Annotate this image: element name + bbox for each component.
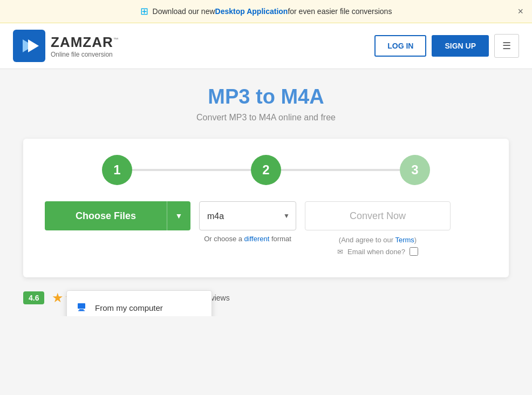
banner-close-button[interactable]: × [517,6,523,17]
format-select-wrap: m4a mp3 ogg wav flac aac ▼ [199,201,296,230]
menu-button[interactable]: ☰ [494,34,519,58]
convert-section: Convert Now (And agree to our Terms) ✉ E… [305,201,451,256]
logo-text: ZAMZAR™ Online file conversion [51,34,119,58]
page-title: MP3 to M4A [208,85,324,108]
svg-rect-3 [79,309,84,310]
terms-link[interactable]: Terms [395,236,414,244]
svg-marker-1 [28,39,39,52]
different-format-link[interactable]: different [244,235,270,243]
choose-files-button[interactable]: Choose Files ▼ [45,201,190,230]
action-row: Choose Files ▼ From my computer [45,201,487,256]
choose-files-dropdown-arrow: ▼ [167,201,190,230]
dropdown-item-computer[interactable]: From my computer [67,295,212,316]
dropdown-item-computer-label: From my computer [95,303,163,312]
signup-button[interactable]: SIGN UP [432,35,489,57]
header-buttons: LOG IN SIGN UP ☰ [374,34,519,58]
step-2: 2 [251,155,281,185]
format-select-below: Or choose a different format [204,235,291,243]
banner-text-after: for even easier file conversions [288,7,392,16]
svg-rect-2 [78,303,85,309]
choose-files-dropdown: From my computer From UR [66,290,212,316]
svg-rect-4 [78,310,85,311]
format-section: m4a mp3 ogg wav flac aac ▼ Or choose a d… [199,201,296,243]
rating-badge: 4.6 [23,291,44,304]
step-3: 3 [400,155,430,185]
convert-now-button[interactable]: Convert Now [305,201,451,230]
top-banner: ⊞ Download our new Desktop Application f… [0,0,532,23]
choose-files-label: Choose Files [45,201,167,230]
format-select[interactable]: m4a mp3 ogg wav flac aac [199,201,296,230]
step-line-1 [132,169,251,171]
convert-info: (And agree to our Terms) [339,236,417,244]
main-content: MP3 to M4A Convert MP3 to M4A online and… [0,69,532,316]
logo-area: ZAMZAR™ Online file conversion [13,30,119,62]
email-label: Email when done? [347,248,405,256]
brand-name: ZAMZAR™ [51,34,119,51]
steps-row: 1 2 3 [45,155,487,185]
banner-text-before: Download our new [153,7,215,16]
conversion-card: 1 2 3 Choose Files ▼ [23,139,509,277]
logo-icon [13,30,45,62]
step-line-2 [281,169,400,171]
tagline: Online file conversion [51,51,119,58]
email-icon: ✉ [337,248,343,256]
login-button[interactable]: LOG IN [374,35,426,57]
windows-icon: ⊞ [140,5,148,17]
computer-icon [77,302,88,314]
email-when-done-checkbox[interactable] [410,247,418,256]
choose-files-wrapper: Choose Files ▼ From my computer [45,201,190,230]
email-row: ✉ Email when done? [337,247,418,256]
step-1: 1 [102,155,132,185]
header: ZAMZAR™ Online file conversion LOG IN SI… [0,23,532,69]
page-subtitle: Convert MP3 to M4A online and free [196,113,336,122]
banner-link[interactable]: Desktop Application [215,7,288,16]
